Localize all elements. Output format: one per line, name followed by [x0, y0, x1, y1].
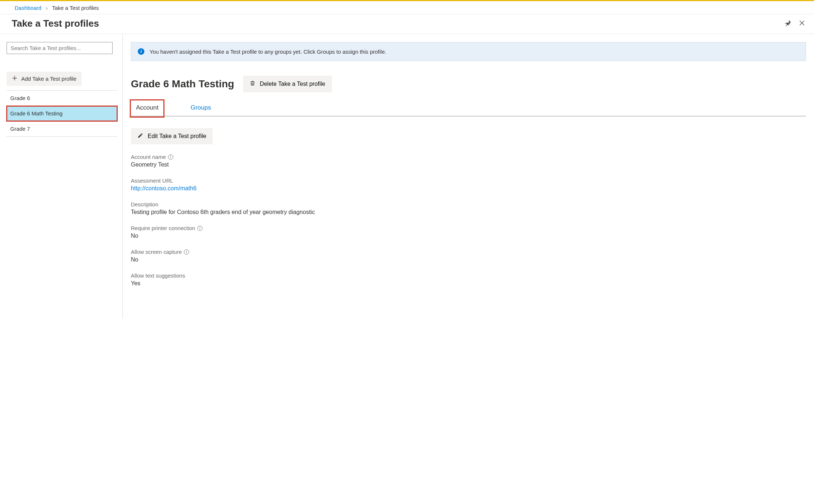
breadcrumb-separator: › — [46, 5, 48, 11]
info-icon[interactable]: i — [168, 154, 173, 160]
trash-icon — [250, 80, 255, 88]
breadcrumb-dashboard-link[interactable]: Dashboard — [15, 5, 41, 11]
printer-value: No — [131, 233, 806, 239]
description-value: Testing profile for Contoso 6th graders … — [131, 209, 806, 215]
add-profile-button[interactable]: Add Take a Test profile — [7, 72, 82, 86]
tab-account[interactable]: Account — [131, 100, 163, 117]
info-icon[interactable]: i — [197, 226, 202, 231]
info-banner: i You haven't assigned this Take a Test … — [131, 42, 806, 61]
tab-groups[interactable]: Groups — [189, 100, 212, 116]
text-suggestions-label: Allow text suggestions — [131, 272, 185, 279]
sidebar-item-grade-6-math-testing[interactable]: Grade 6 Math Testing — [7, 106, 117, 121]
assessment-url-value[interactable]: http://contoso.com/math6 — [131, 185, 806, 192]
add-profile-label: Add Take a Test profile — [21, 76, 76, 82]
account-name-value: Geometry Test — [131, 161, 806, 168]
description-label: Description — [131, 201, 158, 207]
delete-profile-label: Delete Take a Test profile — [260, 81, 325, 87]
screen-capture-value: No — [131, 256, 806, 263]
pin-icon[interactable] — [785, 20, 791, 27]
account-name-label: Account name — [131, 154, 166, 160]
screen-capture-label: Allow screen capture — [131, 249, 182, 255]
close-icon[interactable] — [799, 20, 805, 27]
search-input[interactable] — [7, 42, 113, 54]
breadcrumb-current: Take a Test profiles — [52, 5, 99, 11]
page-title: Take a Test profiles — [12, 18, 785, 29]
edit-profile-label: Edit Take a Test profile — [148, 133, 206, 140]
info-icon[interactable]: i — [184, 249, 189, 255]
text-suggestions-value: Yes — [131, 280, 806, 287]
sidebar-item-grade-7[interactable]: Grade 7 — [7, 121, 117, 137]
breadcrumb: Dashboard › Take a Test profiles — [0, 1, 814, 14]
pencil-icon — [137, 133, 143, 140]
printer-label: Require printer connection — [131, 225, 195, 231]
assessment-url-label: Assessment URL — [131, 177, 173, 184]
info-icon: i — [138, 48, 144, 55]
sidebar-item-grade-6[interactable]: Grade 6 — [7, 91, 117, 106]
edit-profile-button[interactable]: Edit Take a Test profile — [131, 128, 213, 144]
profile-title: Grade 6 Math Testing — [131, 78, 234, 90]
info-banner-text: You haven't assigned this Take a Test pr… — [149, 49, 386, 55]
plus-icon — [12, 75, 18, 82]
delete-profile-button[interactable]: Delete Take a Test profile — [243, 76, 332, 92]
